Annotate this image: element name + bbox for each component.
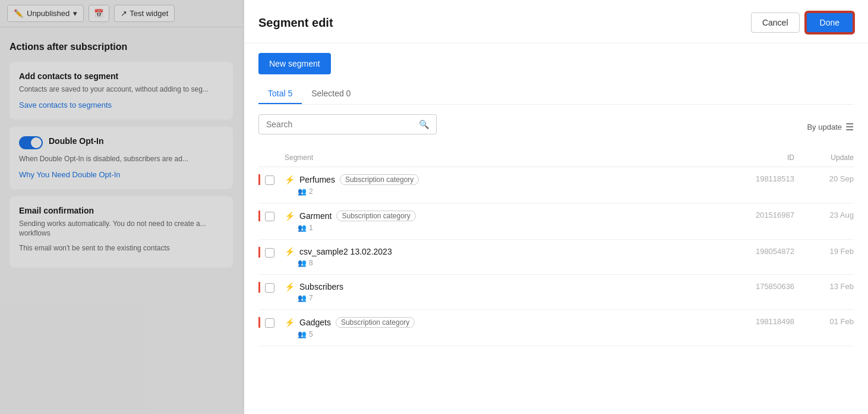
row-checkbox-4[interactable] [265,318,274,328]
segment-name-row: ⚡ Subscribers [285,282,711,291]
tab-total[interactable]: Total 5 [258,84,302,104]
segment-name-row: ⚡ csv_sample2 13.02.2023 [285,247,711,256]
table-row: ⚡ Perfumes Subscription category 👥 2 198… [258,167,854,203]
tabs-container: Total 5 Selected 0 [258,84,854,105]
count-value: 5 [309,330,313,338]
subscriber-count: 👥 5 [285,330,711,338]
segment-date: 01 Feb [794,317,854,326]
segment-id: 175850636 [711,282,794,291]
people-icon: 👥 [298,259,307,267]
subscriber-count: 👥 8 [285,259,711,267]
segment-edit-modal: Segment edit Cancel Done New segment Tot… [244,0,868,414]
segment-name-row: ⚡ Perfumes Subscription category [285,174,711,185]
segment-info: ⚡ Garment Subscription category 👥 1 [285,211,711,232]
modal-body: New segment Total 5 Selected 0 🔍 By upda… [244,43,868,414]
segments-list: ⚡ Perfumes Subscription category 👥 2 198… [258,167,854,346]
row-checkbox-0[interactable] [265,175,274,185]
subscription-category-tag: Subscription category [336,317,415,328]
segment-name: Gadgets [299,318,331,327]
row-checkbox-3[interactable] [265,283,274,293]
segment-date: 23 Aug [794,211,854,219]
tab-total-label: Total 5 [268,89,292,98]
tab-selected[interactable]: Selected 0 [302,84,360,104]
modal-overlay: Segment edit Cancel Done New segment Tot… [0,0,868,414]
people-icon: 👥 [298,187,307,196]
segment-list-icon: ⚡ [285,211,295,221]
search-icon: 🔍 [419,120,429,129]
segment-id: 198118513 [711,174,794,183]
count-value: 7 [309,294,313,302]
segment-list-icon: ⚡ [285,282,295,291]
id-col-header: ID [711,153,794,162]
subscriber-count: 👥 7 [285,294,711,302]
segment-date: 20 Sep [794,174,854,183]
subscription-category-tag: Subscription category [336,211,415,221]
subscription-category-tag: Subscription category [340,174,419,185]
modal-title: Segment edit [258,16,333,30]
segment-date: 13 Feb [794,282,854,291]
people-icon: 👥 [298,330,307,338]
segment-name: Subscribers [299,282,343,291]
segment-info: ⚡ Gadgets Subscription category 👥 5 [285,317,711,338]
new-segment-button[interactable]: New segment [258,53,331,74]
done-button[interactable]: Done [806,12,854,33]
table-row: ⚡ Subscribers 👥 7 175850636 13 Feb [258,275,854,310]
checkbox-area [258,174,285,185]
segment-list-icon: ⚡ [285,247,295,256]
subscriber-count: 👥 1 [285,224,711,232]
segment-id: 198118498 [711,317,794,326]
row-checkbox-1[interactable] [265,212,274,221]
checkbox-area [258,247,285,258]
header-actions: Cancel Done [751,12,854,33]
segment-id: 198054872 [711,247,794,256]
segment-name-row: ⚡ Garment Subscription category [285,211,711,221]
table-row: ⚡ Gadgets Subscription category 👥 5 1981… [258,310,854,346]
checkbox-area [258,317,285,328]
people-icon: 👥 [298,224,307,232]
segment-name: Garment [299,211,332,221]
sort-label: By update [807,123,842,131]
subscriber-count: 👥 2 [285,187,711,196]
count-value: 8 [309,259,313,267]
count-value: 1 [309,224,313,232]
segment-name-row: ⚡ Gadgets Subscription category [285,317,711,328]
update-col-header: Update [794,153,854,162]
segment-date: 19 Feb [794,247,854,256]
segment-name: csv_sample2 13.02.2023 [299,247,392,256]
table-row: ⚡ csv_sample2 13.02.2023 👥 8 198054872 1… [258,240,854,275]
people-icon: 👥 [298,294,307,302]
search-bar[interactable]: 🔍 [258,114,437,134]
segment-id: 201516987 [711,211,794,219]
segment-col-header: Segment [285,153,711,162]
sort-icon[interactable]: ☰ [845,121,854,133]
sort-row: By update ☰ [807,121,854,133]
segment-info: ⚡ Perfumes Subscription category 👥 2 [285,174,711,196]
checkbox-area [258,282,285,293]
segment-list-icon: ⚡ [285,318,295,327]
search-input[interactable] [266,120,419,129]
segment-info: ⚡ Subscribers 👥 7 [285,282,711,302]
row-checkbox-2[interactable] [265,248,274,258]
checkbox-area [258,211,285,221]
table-header: Segment ID Update [258,151,854,167]
segment-list-icon: ⚡ [285,175,295,184]
tab-selected-label: Selected 0 [311,89,351,98]
cancel-button[interactable]: Cancel [751,12,800,33]
table-row: ⚡ Garment Subscription category 👥 1 2015… [258,203,854,240]
segment-name: Perfumes [299,175,335,184]
modal-header: Segment edit Cancel Done [244,0,868,43]
count-value: 2 [309,187,313,196]
segment-info: ⚡ csv_sample2 13.02.2023 👥 8 [285,247,711,267]
